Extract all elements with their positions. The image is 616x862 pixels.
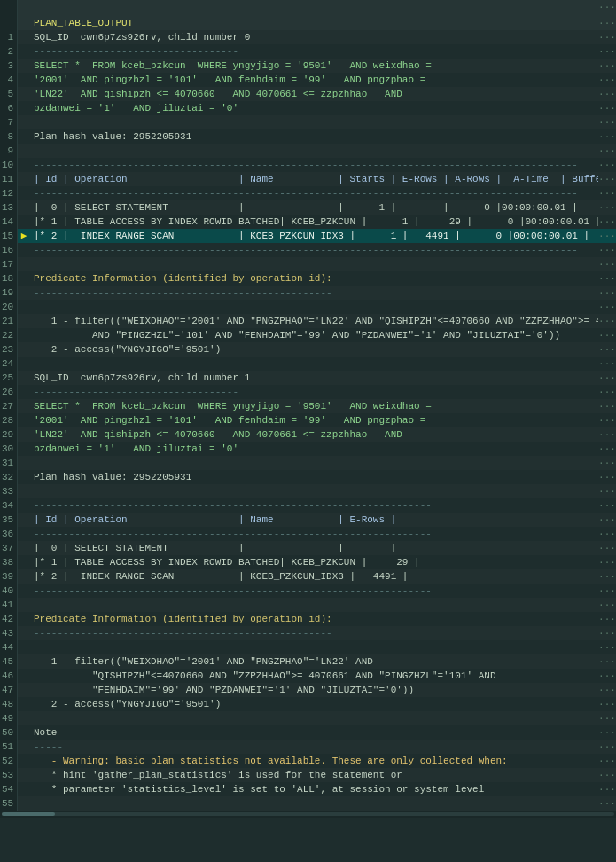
- row-menu-dots[interactable]: ···: [598, 30, 616, 44]
- row-menu-dots[interactable]: ···: [598, 626, 616, 640]
- row-content: [30, 598, 598, 612]
- row-menu-dots[interactable]: ···: [598, 470, 616, 484]
- row-menu-dots[interactable]: ···: [598, 243, 616, 257]
- table-row: 1SQL_ID cwn6p7zs926rv, child number 0···: [0, 30, 616, 44]
- row-menu-dots[interactable]: ···: [598, 569, 616, 584]
- row-menu-dots[interactable]: ···: [598, 314, 616, 328]
- row-menu-dots[interactable]: ···: [598, 612, 616, 626]
- row-menu-dots[interactable]: ···: [598, 584, 616, 598]
- line-number: 22: [0, 328, 18, 342]
- row-menu-dots[interactable]: ···: [598, 101, 616, 115]
- line-num-title: [0, 0, 18, 16]
- row-menu-dots[interactable]: ···: [598, 328, 616, 342]
- row-menu-dots[interactable]: ···: [598, 73, 616, 87]
- table-row: 31···: [0, 456, 616, 470]
- row-menu-dots[interactable]: ···: [598, 725, 616, 740]
- table-row: 16--------------------------------------…: [0, 243, 616, 257]
- row-menu-dots[interactable]: ···: [598, 399, 616, 413]
- scrollbar[interactable]: [0, 811, 616, 818]
- line-number: 52: [0, 754, 18, 768]
- row-menu-dots[interactable]: ···: [598, 768, 616, 782]
- arrow-spacer: [18, 314, 30, 328]
- row-menu-dots[interactable]: ···: [598, 697, 616, 711]
- arrow-spacer: [18, 300, 30, 314]
- row-content: ----------------------------------------…: [30, 158, 598, 172]
- table-row: 39|* 2 | INDEX RANGE SCAN | KCEB_PZKCUN_…: [0, 569, 616, 584]
- row-menu-dots[interactable]: ···: [598, 129, 616, 144]
- row-content: | 0 | SELECT STATEMENT | | 1 | | 0 |00:0…: [30, 200, 598, 215]
- row-menu-dots[interactable]: ···: [598, 413, 616, 427]
- row-menu-dots[interactable]: ···: [598, 144, 616, 158]
- row-menu-dots[interactable]: ···: [598, 115, 616, 129]
- menu-dots-title[interactable]: ···: [598, 0, 616, 16]
- table-row: 54 * parameter 'statistics_level' is set…: [0, 782, 616, 796]
- row-menu-dots[interactable]: ···: [598, 527, 616, 541]
- line-number: 5: [0, 87, 18, 101]
- row-menu-dots[interactable]: ···: [598, 654, 616, 669]
- line-number: 45: [0, 654, 18, 669]
- line-number: 24: [0, 357, 18, 371]
- row-menu-dots[interactable]: ···: [598, 683, 616, 697]
- row-content: SQL_ID cwn6p7zs926rv, child number 1: [30, 371, 598, 385]
- line-number: 42: [0, 612, 18, 626]
- row-menu-dots[interactable]: ···: [598, 215, 616, 229]
- arrow-spacer: [18, 612, 30, 626]
- row-menu-dots[interactable]: ···: [598, 158, 616, 172]
- row-menu-dots[interactable]: ···: [598, 357, 616, 371]
- row-menu-dots[interactable]: ···: [598, 711, 616, 725]
- row-menu-dots[interactable]: ···: [598, 200, 616, 215]
- table-row: 41···: [0, 598, 616, 612]
- arrow-title: [18, 0, 30, 16]
- row-menu-dots[interactable]: ···: [598, 640, 616, 654]
- row-menu-dots[interactable]: ···: [598, 782, 616, 796]
- row-menu-dots[interactable]: ···: [598, 229, 616, 243]
- row-menu-dots[interactable]: ···: [598, 796, 616, 811]
- arrow-spacer: [18, 243, 30, 257]
- line-number: 27: [0, 399, 18, 413]
- arrow-spacer: [18, 30, 30, 44]
- row-menu-dots[interactable]: ···: [598, 669, 616, 683]
- scrollbar-thumb[interactable]: [2, 812, 55, 816]
- row-menu-dots[interactable]: ···: [598, 456, 616, 470]
- row-menu-dots[interactable]: ···: [598, 498, 616, 513]
- row-menu-dots[interactable]: ···: [598, 59, 616, 73]
- line-number: 53: [0, 768, 18, 782]
- table-row: 8Plan hash value: 2952205931···: [0, 129, 616, 144]
- row-menu-dots[interactable]: ···: [598, 257, 616, 271]
- row-menu-dots[interactable]: ···: [598, 342, 616, 357]
- row-content: ----------------------------------------…: [30, 626, 598, 640]
- row-menu-dots[interactable]: ···: [598, 442, 616, 456]
- row-menu-dots[interactable]: ···: [598, 541, 616, 555]
- arrow-spacer: [18, 87, 30, 101]
- row-menu-dots[interactable]: ···: [598, 186, 616, 200]
- row-menu-dots[interactable]: ···: [598, 484, 616, 498]
- row-content: * hint 'gather_plan_statistics' is used …: [30, 768, 598, 782]
- line-number: 41: [0, 598, 18, 612]
- row-menu-dots[interactable]: ···: [598, 385, 616, 399]
- table-row: 11| Id | Operation | Name | Starts | E-R…: [0, 172, 616, 186]
- row-menu-dots[interactable]: ···: [598, 286, 616, 300]
- line-number: 23: [0, 342, 18, 357]
- table-row: 49···: [0, 711, 616, 725]
- row-menu-dots[interactable]: ···: [598, 740, 616, 754]
- table-row: 55···: [0, 796, 616, 811]
- row-menu-dots[interactable]: ···: [598, 87, 616, 101]
- row-menu-dots[interactable]: ···: [598, 16, 616, 30]
- row-menu-dots[interactable]: ···: [598, 271, 616, 286]
- row-menu-dots[interactable]: ···: [598, 427, 616, 442]
- row-menu-dots[interactable]: ···: [598, 754, 616, 768]
- row-menu-dots[interactable]: ···: [598, 44, 616, 59]
- row-menu-dots[interactable]: ···: [598, 513, 616, 527]
- arrow-spacer: [18, 371, 30, 385]
- table-row: 18Predicate Information (identified by o…: [0, 271, 616, 286]
- row-menu-dots[interactable]: ···: [598, 598, 616, 612]
- line-number: 43: [0, 626, 18, 640]
- row-content: 2 - access("YNGYJIGO"='9501'): [30, 697, 598, 711]
- row-content: [30, 357, 598, 371]
- row-menu-dots[interactable]: ···: [598, 172, 616, 186]
- row-content: | Id | Operation | Name | E-Rows |: [30, 513, 598, 527]
- row-menu-dots[interactable]: ···: [598, 555, 616, 569]
- row-menu-dots[interactable]: ···: [598, 300, 616, 314]
- arrow-spacer: [18, 158, 30, 172]
- row-menu-dots[interactable]: ···: [598, 371, 616, 385]
